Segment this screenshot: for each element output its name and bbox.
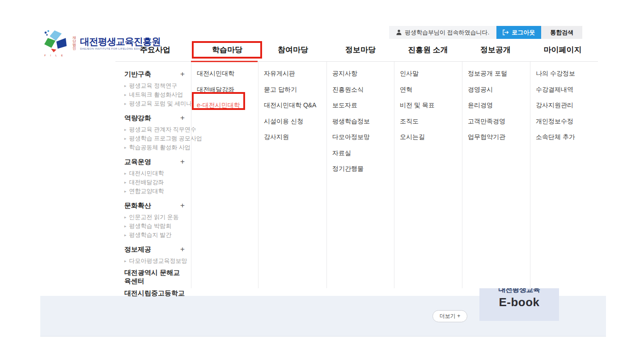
menu-group: 정보제공+▸다모아평생교육정보망 xyxy=(124,245,186,265)
triangle-bullet-icon: ▸ xyxy=(124,180,127,185)
menu-item[interactable]: 묻고 답하기 xyxy=(264,86,322,93)
menu-group-title[interactable]: 대전시립중고등학교 xyxy=(124,289,186,298)
triangle-bullet-icon: ▸ xyxy=(124,224,127,228)
triangle-bullet-icon: ▸ xyxy=(124,215,127,219)
menu-item[interactable]: 수강결제내역 xyxy=(536,86,593,93)
menu-item[interactable]: 자료실 xyxy=(332,149,390,156)
menu-group: 대전시립중고등학교 xyxy=(124,289,186,298)
menu-group: 문화확산+▸인문고전 읽기 운동▸평생학습 박람회▸평생학습지 발간 xyxy=(124,201,186,240)
menu-item[interactable]: 진흥원소식 xyxy=(332,86,390,93)
menu-item[interactable]: 보도자료 xyxy=(332,101,390,109)
menu-sub-item[interactable]: ▸연합교양대학 xyxy=(124,187,186,196)
integrated-search-button[interactable]: 통합검색 xyxy=(541,26,582,39)
menu-group: 교육운영+▸대전시민대학▸대전배달강좌▸연합교양대학 xyxy=(124,157,186,196)
menu-item[interactable]: 평생학습정보 xyxy=(332,118,390,125)
menu-item[interactable]: 대전배달강좌 xyxy=(197,86,254,93)
nav-item-7[interactable]: 마이페이지 xyxy=(544,45,582,55)
menu-sub-item[interactable]: ▸평생교육 포럼 및 세미나 xyxy=(124,99,186,108)
triangle-bullet-icon: ▸ xyxy=(124,145,127,150)
menu-column-6: 정보공개 포털경영공시윤리경영고객만족경영업무협약기관 xyxy=(462,62,530,288)
top-utility-bar: 평생학습부님이 접속하였습니다. 로그아웃 통합검색 xyxy=(389,26,582,39)
menu-group-title[interactable]: 기반구축+ xyxy=(124,70,186,79)
logout-button[interactable]: 로그아웃 xyxy=(496,26,541,39)
menu-column-7: 나의 수강정보수강결제내역강사지원관리개인정보수정소속단체 추가 xyxy=(530,62,598,288)
expand-plus-icon[interactable]: + xyxy=(180,201,185,210)
menu-column-5: 인사말연혁비전 및 목표조직도오시는길 xyxy=(394,62,462,288)
nav-item-2[interactable]: 학습마당 xyxy=(212,45,242,55)
nav-item-5[interactable]: 진흥원 소개 xyxy=(408,45,448,55)
menu-item[interactable]: 강사지원관리 xyxy=(536,101,593,109)
triangle-bullet-icon: ▸ xyxy=(124,233,127,237)
logout-icon xyxy=(503,29,509,35)
triangle-bullet-icon: ▸ xyxy=(124,101,127,106)
menu-item[interactable]: 강사지원 xyxy=(264,133,322,140)
menu-item[interactable]: 업무협약기관 xyxy=(468,133,525,140)
menu-column-4: 공지사항진흥원소식보도자료평생학습정보다모아정보망자료실정기간행물 xyxy=(326,62,394,288)
nav-item-1[interactable]: 주요사업 xyxy=(140,45,170,55)
menu-sub-item[interactable]: ▸대전배달강좌 xyxy=(124,178,186,187)
triangle-bullet-icon: ▸ xyxy=(124,136,127,141)
menu-item[interactable]: 비전 및 목표 xyxy=(400,101,458,109)
menu-group-title[interactable]: 역량강화+ xyxy=(124,114,186,122)
login-status-text: 평생학습부님이 접속하였습니다. xyxy=(405,29,489,37)
menu-group-title[interactable]: 대전광역시 문해교육센터 xyxy=(124,273,186,282)
person-icon xyxy=(396,29,402,35)
menu-item[interactable]: 나의 수강정보 xyxy=(536,70,593,77)
nav-item-6[interactable]: 정보공개 xyxy=(480,45,511,55)
expand-plus-icon[interactable]: + xyxy=(180,245,185,254)
menu-item[interactable]: 대전시민대학 xyxy=(197,70,254,77)
menu-column-3: 자유게시판묻고 답하기대전시민대학 Q&A시설이용 신청강사지원 xyxy=(258,62,326,288)
menu-item[interactable]: 대전시민대학 Q&A xyxy=(264,101,322,109)
menu-sub-item[interactable]: ▸평생학습 프로그램 공모사업 xyxy=(124,134,186,143)
menu-group-title[interactable]: 정보제공+ xyxy=(124,245,186,254)
mega-menu: 기반구축+▸평생교육 정책연구▸네트워크 활성화사업▸평생교육 포럼 및 세미나… xyxy=(115,61,598,288)
menu-group: 대전광역시 문해교육센터 xyxy=(124,273,186,282)
menu-item[interactable]: 인사말 xyxy=(400,70,458,77)
menu-sub-item[interactable]: ▸네트워크 활성화사업 xyxy=(124,90,186,99)
menu-column-2: 대전시민대학대전배달강좌e-대전시민대학 xyxy=(191,62,258,288)
more-button[interactable]: 더보기 + xyxy=(432,310,467,322)
menu-sub-item[interactable]: ▸평생교육 정책연구 xyxy=(124,81,186,90)
logout-label: 로그아웃 xyxy=(512,29,535,37)
menu-item[interactable]: 조직도 xyxy=(400,118,458,125)
triangle-bullet-icon: ▸ xyxy=(124,171,127,176)
menu-group: 역량강화+▸평생교육 관계자 직무연수▸평생학습 프로그램 공모사업▸학습공동체… xyxy=(124,114,186,152)
menu-item[interactable]: 경영공시 xyxy=(468,86,525,93)
ebook-banner-label: E-book xyxy=(479,295,559,309)
more-button-label: 더보기 + xyxy=(440,312,460,320)
menu-item[interactable]: 오시는길 xyxy=(400,133,458,140)
menu-sub-item[interactable]: ▸평생교육 관계자 직무연수 xyxy=(124,125,186,134)
menu-sub-item[interactable]: ▸평생학습지 발간 xyxy=(124,231,186,240)
menu-group-title[interactable]: 교육운영+ xyxy=(124,157,186,166)
triangle-bullet-icon: ▸ xyxy=(124,84,127,88)
menu-item[interactable]: 개인정보수정 xyxy=(536,118,593,125)
menu-item[interactable]: 연혁 xyxy=(400,86,458,93)
triangle-bullet-icon: ▸ xyxy=(124,93,127,97)
menu-item[interactable]: 고객만족경영 xyxy=(468,118,525,125)
menu-item[interactable]: 시설이용 신청 xyxy=(264,118,322,125)
search-label: 통합검색 xyxy=(550,29,573,37)
menu-group-title[interactable]: 문화확산+ xyxy=(124,201,186,210)
menu-group: 기반구축+▸평생교육 정책연구▸네트워크 활성화사업▸평생교육 포럼 및 세미나 xyxy=(124,70,186,108)
menu-item[interactable]: 정보공개 포털 xyxy=(468,70,525,77)
menu-item[interactable]: 소속단체 추가 xyxy=(536,133,593,140)
menu-sub-item[interactable]: ▸다모아평생교육정보망 xyxy=(124,257,186,265)
triangle-bullet-icon: ▸ xyxy=(124,127,127,132)
menu-item[interactable]: 윤리경영 xyxy=(468,101,525,109)
menu-item[interactable]: 공지사항 xyxy=(332,70,390,77)
triangle-bullet-icon: ▸ xyxy=(124,189,127,194)
menu-sub-item[interactable]: ▸인문고전 읽기 운동 xyxy=(124,213,186,222)
menu-item[interactable]: 정기간행물 xyxy=(332,165,390,172)
menu-sub-item[interactable]: ▸대전시민대학 xyxy=(124,169,186,178)
expand-plus-icon[interactable]: + xyxy=(180,114,185,122)
expand-plus-icon[interactable]: + xyxy=(180,157,185,166)
nav-item-4[interactable]: 정보마당 xyxy=(345,45,376,55)
main-nav: 주요사업학습마당참여마당정보마당진흥원 소개정보공개마이페이지 xyxy=(0,43,644,59)
nav-item-3[interactable]: 참여마당 xyxy=(278,45,308,55)
menu-sub-item[interactable]: ▸학습공동체 활성화 사업 xyxy=(124,143,186,152)
menu-item[interactable]: 다모아정보망 xyxy=(332,133,390,140)
menu-item[interactable]: e-대전시민대학 xyxy=(197,101,254,109)
menu-sub-item[interactable]: ▸평생학습 박람회 xyxy=(124,222,186,231)
expand-plus-icon[interactable]: + xyxy=(180,70,185,79)
menu-item[interactable]: 자유게시판 xyxy=(264,70,322,77)
